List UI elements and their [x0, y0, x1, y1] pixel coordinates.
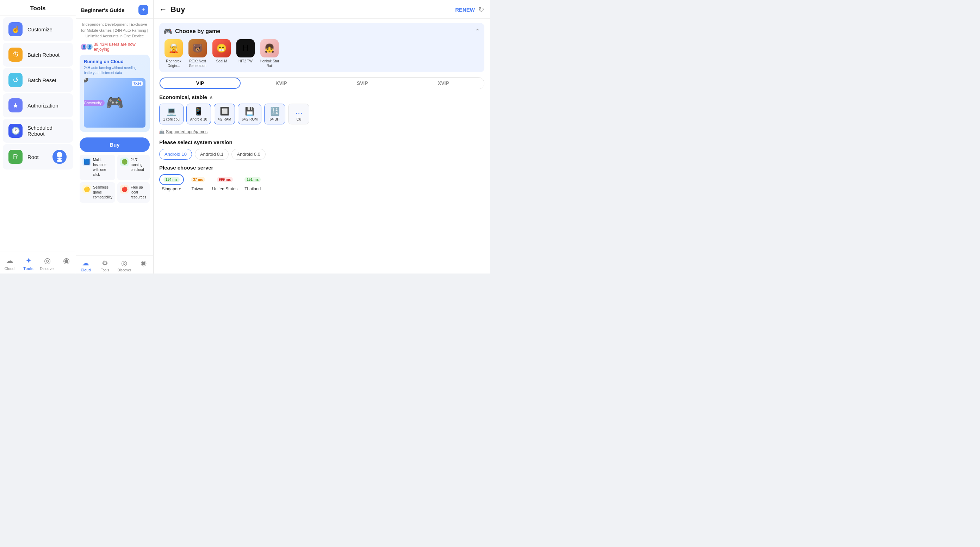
spec-item-android10[interactable]: 📱 Android 10 — [186, 104, 211, 124]
tool-label-authorization: Authorization — [27, 102, 59, 108]
tool-item-scheduled-reboot[interactable]: 🕐 Scheduled Reboot — [3, 119, 73, 143]
version-btn-android60[interactable]: Android 6.0 — [231, 149, 266, 159]
feature-box-seamless-text: Seamless game compatibility — [93, 185, 112, 200]
specs-row: 💻 1 core cpu 📱 Android 10 🔲 4G RAM 💾 64G… — [159, 104, 484, 124]
nav-discover-label: Discover — [40, 266, 55, 271]
version-btn-android10[interactable]: Android 10 — [159, 149, 192, 159]
game-chooser: 🎮 Choose by game ⌃ 🧝 Ragnarok Origin... … — [159, 23, 484, 72]
spec-icon-ram: 🔲 — [220, 107, 229, 116]
close-button[interactable]: ✕ — [84, 78, 88, 83]
server-latency-thailand: 151 ms — [245, 177, 261, 182]
spec-item-qu[interactable]: … Qu — [288, 104, 309, 124]
tool-icon-root: R — [8, 150, 22, 164]
mid-profile-icon: ◉ — [140, 259, 146, 267]
game-name-hit2: HIT2 TW — [235, 59, 256, 64]
spec-icon-android10: 📱 — [194, 107, 203, 116]
right-title: Buy — [170, 5, 452, 14]
game-item-honkai[interactable]: 👧 Honkai: Star Rail — [259, 39, 280, 68]
game-thumb-rox: 🐻 — [188, 39, 207, 57]
renew-button[interactable]: RENEW — [455, 7, 475, 13]
game-item-ragnarok[interactable]: 🧝 Ragnarok Origin... — [164, 39, 184, 68]
vip-tab-svip[interactable]: SVIP — [322, 78, 403, 89]
svg-point-4 — [60, 159, 62, 160]
spec-label-cpu: 1 core cpu — [163, 117, 180, 121]
game-item-sealm[interactable]: 😁 Seal M — [212, 39, 232, 68]
server-item-taiwan[interactable]: 37 ms Taiwan — [187, 174, 209, 191]
supported-icon: 🤖 — [159, 129, 164, 134]
version-row: Android 10Android 8.1Android 6.0 — [159, 149, 484, 159]
server-name-us: United States — [212, 187, 237, 191]
right-panel: ← Buy RENEW ↻ 🎮 Choose by game ⌃ 🧝 Ragna… — [154, 0, 490, 273]
spec-item-ram[interactable]: 🔲 4G RAM — [214, 104, 235, 124]
server-item-thailand[interactable]: 151 ms Thailand — [240, 174, 265, 191]
mid-nav-cloud[interactable]: ☁ Cloud — [76, 259, 95, 272]
nav-profile[interactable]: ◉ — [57, 255, 76, 272]
game-chooser-collapse-button[interactable]: ⌃ — [475, 27, 480, 35]
game-name-ragnarok: Ragnarok Origin... — [164, 59, 184, 68]
nav-cloud-label: Cloud — [5, 266, 15, 271]
feature-box-free-text: Free up local resources — [131, 185, 147, 200]
back-button[interactable]: ← — [159, 5, 167, 14]
feature-box-seamless: 🟡 Seamless game compatibility — [80, 182, 115, 203]
system-label: Please select system version — [159, 139, 232, 145]
spec-label-rom: 64G ROM — [242, 117, 258, 121]
server-badge-taiwan: 37 ms — [187, 174, 209, 185]
avatar-2: 👤 — [86, 43, 93, 50]
nav-discover[interactable]: ◎ Discover — [38, 255, 57, 272]
spec-icon-qu: … — [295, 107, 302, 116]
spec-icon-bit: 🔢 — [270, 107, 280, 116]
game-name-sealm: Seal M — [212, 59, 232, 64]
nav-cloud[interactable]: ☁ Cloud — [0, 255, 19, 272]
feature-image-visual: 🎮 — [106, 94, 124, 111]
guide-plus-button[interactable]: + — [138, 5, 148, 15]
feature-card: Running on Cloud 24H auto farming withou… — [80, 55, 150, 132]
supported-link[interactable]: 🤖 Supported app/games — [159, 129, 484, 134]
spec-item-rom[interactable]: 💾 64G ROM — [238, 104, 261, 124]
buy-button[interactable]: Buy — [80, 137, 150, 152]
mid-nav-profile[interactable]: ◉ — [134, 259, 153, 272]
tool-item-batch-reboot[interactable]: ⏱ Batch Reboot — [3, 43, 73, 67]
tool-item-root[interactable]: R Root — [3, 144, 73, 169]
tool-label-batch-reset: Batch Reset — [27, 77, 56, 83]
tool-item-customize[interactable]: ☝ Customize — [3, 17, 73, 41]
server-item-singapore[interactable]: 134 ms Singapore — [159, 174, 184, 191]
refresh-button[interactable]: ↻ — [478, 5, 484, 14]
tool-label-batch-reboot: Batch Reboot — [27, 52, 59, 58]
tool-icon-authorization: ★ — [8, 98, 22, 112]
user-avatars: 👤 👤 — [80, 43, 92, 50]
spec-item-bit[interactable]: 🔢 64 BIT — [264, 104, 285, 124]
vip-tab-kvip[interactable]: KVIP — [240, 78, 321, 89]
version-btn-android81[interactable]: Android 8.1 — [195, 149, 229, 159]
economical-section: Economical, stable ∧ — [159, 94, 484, 100]
vip-tab-xvip[interactable]: XVIP — [403, 78, 484, 89]
tool-label-root: Root — [27, 154, 39, 160]
features-grid: 🟦 Multi-Instance with one click 🟢 24/7 r… — [80, 155, 150, 203]
nav-tools[interactable]: ✦ Tools — [19, 255, 38, 272]
guide-tagline: Independent Development | Exclusive for … — [76, 19, 153, 40]
game-item-hit2[interactable]: H HIT2 TW — [235, 39, 256, 68]
mid-nav-discover[interactable]: ◎ Discover — [115, 259, 134, 272]
tool-item-batch-reset[interactable]: ↺ Batch Reset — [3, 68, 73, 92]
system-section: Please select system version — [159, 139, 484, 145]
spec-label-android10: Android 10 — [190, 117, 207, 121]
game-thumb-ragnarok: 🧝 — [164, 39, 183, 57]
tools-list: ☝ Customize ⏱ Batch Reboot ↺ Batch Reset… — [0, 16, 76, 171]
community-badge[interactable]: Community — [84, 100, 105, 106]
spec-item-cpu[interactable]: 💻 1 core cpu — [159, 104, 183, 124]
tool-item-authorization[interactable]: ★ Authorization — [3, 93, 73, 117]
server-latency-taiwan: 37 ms — [191, 177, 205, 182]
economical-collapse[interactable]: ∧ — [209, 94, 213, 100]
mid-nav-tools[interactable]: ⚙ Tools — [95, 259, 115, 272]
game-item-rox[interactable]: 🐻 ROX: Next Generation — [188, 39, 208, 68]
server-item-us[interactable]: 999 ms United States — [212, 174, 237, 191]
server-name-thailand: Thailand — [245, 187, 261, 191]
vip-tab-vip[interactable]: VIP — [159, 78, 240, 89]
tool-icon-customize: ☝ — [8, 22, 22, 36]
free-icon: 🔴 — [120, 185, 129, 193]
feature-box-247: 🟢 24/7 running on cloud — [117, 155, 150, 180]
server-badge-thailand: 151 ms — [240, 174, 265, 185]
game-chooser-icon: 🎮 — [164, 27, 172, 36]
server-name-singapore: Singapore — [162, 187, 181, 191]
mid-tools-icon: ⚙ — [102, 259, 108, 267]
right-header: ← Buy RENEW ↻ — [154, 0, 490, 19]
